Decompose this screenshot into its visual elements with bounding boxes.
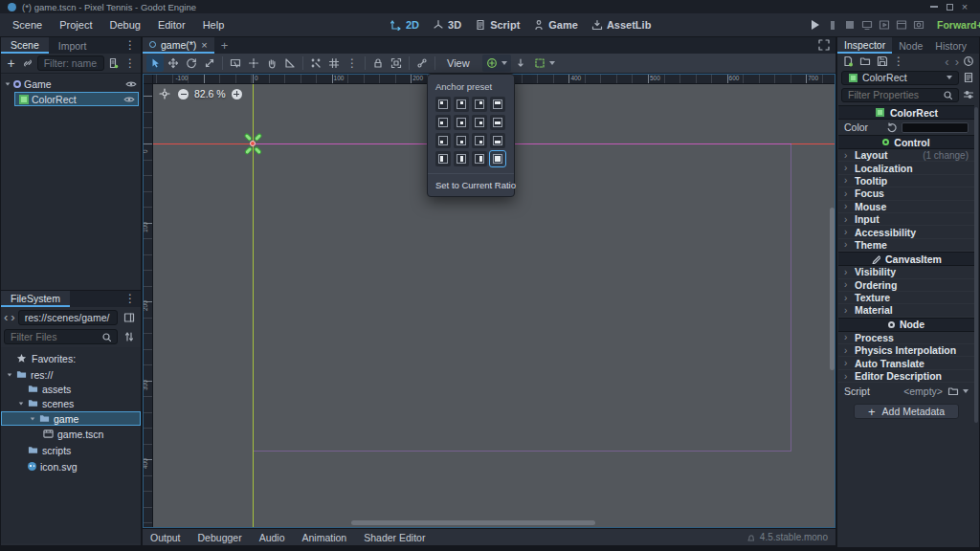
zoom-in-button[interactable] <box>232 89 242 99</box>
open-docs-icon[interactable] <box>962 70 975 85</box>
menu-scene[interactable]: Scene <box>4 19 51 31</box>
tab-import[interactable]: Import <box>49 37 97 54</box>
script-value[interactable]: <empty> <box>903 386 943 397</box>
zoom-out-button[interactable] <box>178 89 189 99</box>
scale-tool[interactable] <box>201 55 218 72</box>
category-control[interactable]: Control <box>838 135 974 149</box>
bottom-tab-audio[interactable]: Audio <box>259 532 285 543</box>
tab-history[interactable]: History <box>929 37 972 54</box>
view-menu-button[interactable]: View <box>439 57 478 69</box>
switcher-game[interactable]: Game <box>533 19 578 31</box>
tab-node[interactable]: Node <box>892 37 929 54</box>
anchor-preset-top-left[interactable] <box>435 97 451 112</box>
ruler-tool[interactable] <box>281 55 299 72</box>
anchor-preset-center[interactable] <box>454 115 469 130</box>
close-window-button[interactable]: × <box>957 0 972 14</box>
scene-tree-row-game[interactable]: Game <box>1 77 141 91</box>
movie-maker-button[interactable] <box>910 17 926 33</box>
grow-direction-icon[interactable] <box>512 55 529 72</box>
anchor-preset-top-wide[interactable] <box>490 97 505 112</box>
section-mouse[interactable]: ›Mouse <box>838 201 974 213</box>
attach-script-button[interactable] <box>106 55 121 72</box>
minimize-button[interactable] <box>926 0 942 14</box>
scene-tree-menu-icon[interactable]: ⋮ <box>122 57 138 69</box>
fs-row-scripts[interactable]: scripts <box>1 443 141 457</box>
section-accessibility[interactable]: ›Accessibility <box>838 226 974 238</box>
revert-icon[interactable] <box>885 120 898 135</box>
filter-properties-input[interactable] <box>841 88 959 102</box>
dock-menu-icon[interactable]: ⋮ <box>972 37 980 54</box>
property-tools-icon[interactable] <box>962 87 975 102</box>
category-node[interactable]: Node <box>838 318 974 332</box>
category-colorrect[interactable]: ColorRect <box>838 105 974 120</box>
section-editor-description[interactable]: ›Editor Description <box>838 370 974 383</box>
rotate-tool[interactable] <box>183 55 200 72</box>
menu-project[interactable]: Project <box>51 19 100 31</box>
section-texture[interactable]: ›Texture <box>838 292 974 304</box>
close-tab-icon[interactable]: × <box>201 39 207 51</box>
renderer-dropdown[interactable]: Forward+ <box>937 19 980 31</box>
new-tab-button[interactable]: + <box>214 37 235 54</box>
bottom-tab-animation[interactable]: Animation <box>302 532 347 543</box>
anchor-preset-bottom-left[interactable] <box>435 133 451 148</box>
filter-files-input[interactable] <box>4 329 118 344</box>
history-clock-icon[interactable] <box>962 54 975 69</box>
play-custom-scene-button[interactable] <box>893 17 909 33</box>
fs-row-res[interactable]: res:// <box>1 367 141 382</box>
script-load-folder-icon[interactable] <box>947 384 959 399</box>
scene-filter-input[interactable] <box>37 55 104 71</box>
lock-icon[interactable] <box>369 55 387 72</box>
anchor-preset-right-wide[interactable] <box>472 151 487 166</box>
dock-menu-icon[interactable]: ⋮ <box>120 291 141 307</box>
v-scrollbar[interactable] <box>830 208 835 370</box>
section-physics-interpolation[interactable]: ›Physics Interpolation <box>838 344 974 357</box>
anchor-preset-top-center[interactable] <box>454 97 469 112</box>
fs-row-scenes[interactable]: scenes <box>1 396 141 410</box>
pivot-tool[interactable] <box>245 55 262 72</box>
section-theme[interactable]: ›Theme <box>838 239 974 252</box>
tab-filesystem[interactable]: FileSystem <box>1 291 70 307</box>
section-visibility[interactable]: ›Visibility <box>838 266 974 278</box>
stop-button[interactable] <box>841 17 858 33</box>
snap-options-icon[interactable]: ⋮ <box>344 57 361 69</box>
anchor-preset-full-rect[interactable] <box>490 151 505 166</box>
collapse-icon[interactable] <box>31 417 35 420</box>
menu-debug[interactable]: Debug <box>100 19 148 31</box>
group-icon[interactable] <box>388 55 405 72</box>
menu-help[interactable]: Help <box>194 19 234 31</box>
history-back-icon[interactable]: ‹ <box>942 55 951 68</box>
path-field[interactable] <box>18 310 118 325</box>
anchor-preset-bottom-right[interactable] <box>472 133 487 148</box>
anchor-preset-left-wide[interactable] <box>435 151 451 166</box>
grid-snap-icon[interactable] <box>325 55 343 72</box>
smart-snap-icon[interactable] <box>307 55 324 72</box>
anchor-preset-top-right[interactable] <box>472 97 487 112</box>
skeleton-options-icon[interactable] <box>413 55 431 72</box>
menu-editor[interactable]: Editor <box>149 19 194 31</box>
fs-row-game[interactable]: game <box>1 411 141 426</box>
pan-tool[interactable] <box>263 55 280 72</box>
back-icon[interactable]: ‹ <box>4 311 8 323</box>
play-scene-button[interactable] <box>876 17 892 33</box>
container-sizing-button[interactable] <box>530 55 559 72</box>
category-canvasitem[interactable]: CanvasItem <box>838 252 974 266</box>
section-auto-translate[interactable]: ›Auto Translate <box>838 357 974 369</box>
anchor-preset-center-left[interactable] <box>435 115 451 130</box>
new-resource-icon[interactable] <box>841 54 855 69</box>
switcher-assetlib[interactable]: AssetLib <box>591 19 651 31</box>
collapse-icon[interactable] <box>6 82 11 85</box>
section-layout[interactable]: ›Layout(1 change) <box>838 149 974 162</box>
collapse-icon[interactable] <box>8 373 12 376</box>
fs-row-game-tscn[interactable]: game.tscn <box>1 427 141 441</box>
fs-row-favorites[interactable]: Favorites: <box>1 351 141 365</box>
set-to-current-ratio-item[interactable]: Set to Current Ratio <box>428 174 514 196</box>
split-mode-icon[interactable] <box>121 309 138 326</box>
tab-inspector[interactable]: Inspector <box>837 37 892 54</box>
add-node-button[interactable]: + <box>4 55 18 72</box>
bottom-tab-output[interactable]: Output <box>150 532 181 543</box>
scene-tree-row-colorrect[interactable]: ColorRect <box>14 92 139 106</box>
play-button[interactable] <box>807 17 823 33</box>
zoom-level[interactable]: 82.6 % <box>194 88 226 99</box>
color-swatch[interactable] <box>902 122 969 133</box>
anchors-preset-button[interactable] <box>482 55 511 72</box>
